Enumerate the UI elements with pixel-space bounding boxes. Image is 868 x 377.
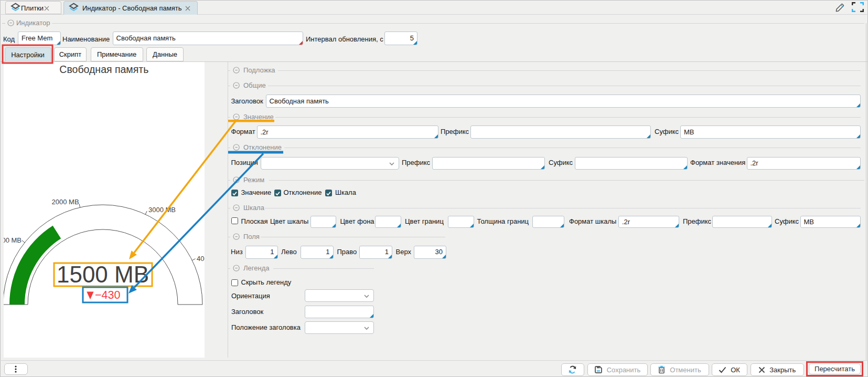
svg-text:1500 MB: 1500 MB xyxy=(57,261,149,287)
svg-text:2000 MB: 2000 MB xyxy=(52,198,79,206)
svg-text:4000 MB: 4000 MB xyxy=(197,255,205,263)
svg-text:1000 MB: 1000 MB xyxy=(4,236,22,244)
svg-text:3000 MB: 3000 MB xyxy=(148,206,176,214)
svg-text:−430: −430 xyxy=(95,289,120,301)
svg-text:Свободная память: Свободная память xyxy=(59,64,148,75)
